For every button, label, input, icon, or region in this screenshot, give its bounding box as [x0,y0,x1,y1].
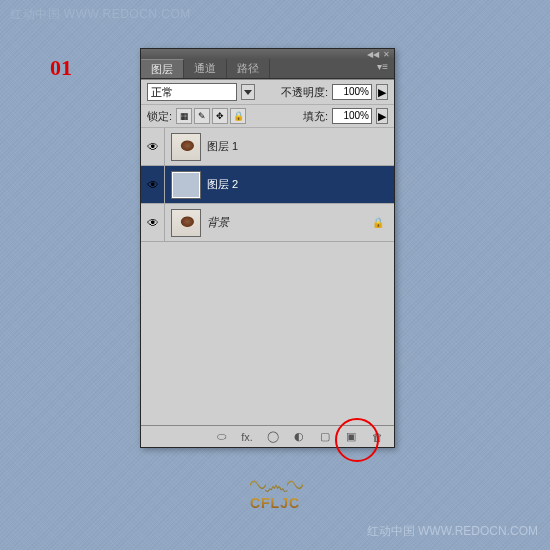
lock-fill-row: 锁定: ▦ ✎ ✥ 🔒 填充: 100% ▶ [141,105,394,128]
lock-transparent-icon[interactable]: ▦ [176,108,192,124]
opacity-flyout-icon[interactable]: ▶ [376,84,388,100]
layer-row[interactable]: 👁 图层 2 [141,166,394,204]
tab-paths[interactable]: 路径 [227,59,270,78]
step-number: 01 [50,55,72,81]
watermark-top-left: 红动中国 WWW.REDOCN.COM [10,6,191,23]
add-mask-icon[interactable]: ◯ [264,429,282,445]
lock-indicator-icon: 🔒 [372,217,384,228]
logo-text: CFLJC [210,495,340,511]
tab-layers[interactable]: 图层 [141,59,184,78]
layer-row[interactable]: 👁 图层 1 [141,128,394,166]
lock-pixels-icon[interactable]: ✎ [194,108,210,124]
lock-all-icon[interactable]: 🔒 [230,108,246,124]
layer-thumbnail[interactable] [171,209,201,237]
blend-opacity-row: 正常 不透明度: 100% ▶ [141,80,394,105]
panel-body: 正常 不透明度: 100% ▶ 锁定: ▦ ✎ ✥ 🔒 填充: 100% ▶ 👁… [141,79,394,447]
panel-menu-icon[interactable]: ▾≡ [371,59,394,78]
layer-name[interactable]: 图层 2 [207,177,238,192]
layer-thumbnail[interactable] [171,133,201,161]
watermark-bottom-right: 红动中国 WWW.REDOCN.COM [367,523,538,540]
new-group-icon[interactable]: ▢ [316,429,334,445]
blend-mode-select[interactable]: 正常 [147,83,237,101]
opacity-value[interactable]: 100% [332,84,372,100]
fill-value[interactable]: 100% [332,108,372,124]
visibility-toggle-icon[interactable]: 👁 [141,166,165,203]
close-icon[interactable]: ✕ [383,50,390,59]
layers-list: 👁 图层 1 👁 图层 2 👁 背景 🔒 [141,128,394,425]
lock-position-icon[interactable]: ✥ [212,108,228,124]
layer-row[interactable]: 👁 背景 🔒 [141,204,394,242]
link-layers-icon[interactable]: ⬭ [212,429,230,445]
panel-titlebar: ◀◀ ✕ [141,49,394,59]
collapse-icon[interactable]: ◀◀ [367,50,379,59]
panel-tabs: 图层 通道 路径 ▾≡ [141,59,394,79]
adjustment-layer-icon[interactable]: ◐ [290,429,308,445]
layer-thumbnail[interactable] [171,171,201,199]
site-logo: ∿෴∿ CFLJC [210,470,340,511]
layers-panel: ◀◀ ✕ 图层 通道 路径 ▾≡ 正常 不透明度: 100% ▶ 锁定: ▦ ✎… [140,48,395,448]
panel-footer: ⬭ fx. ◯ ◐ ▢ ▣ 🗑 [141,425,394,447]
layer-name[interactable]: 图层 1 [207,139,238,154]
new-layer-icon[interactable]: ▣ [342,429,360,445]
fill-label: 填充: [303,109,328,124]
visibility-toggle-icon[interactable]: 👁 [141,128,165,165]
tab-channels[interactable]: 通道 [184,59,227,78]
delete-layer-icon[interactable]: 🗑 [368,429,386,445]
visibility-toggle-icon[interactable]: 👁 [141,204,165,241]
layer-fx-icon[interactable]: fx. [238,429,256,445]
fill-flyout-icon[interactable]: ▶ [376,108,388,124]
blend-dropdown-icon[interactable] [241,84,255,100]
lock-label: 锁定: [147,109,172,124]
layer-name[interactable]: 背景 [207,215,229,230]
lock-options: ▦ ✎ ✥ 🔒 [176,108,246,124]
blend-mode-value: 正常 [151,85,173,100]
opacity-label: 不透明度: [281,85,328,100]
